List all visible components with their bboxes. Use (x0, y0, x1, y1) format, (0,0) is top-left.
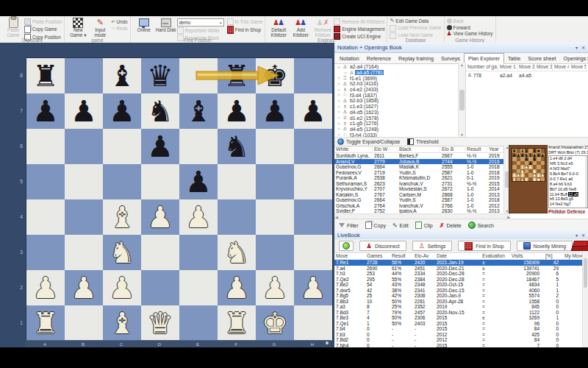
table-row[interactable]: Guseinov,G2664Yudin,S25871-02018 (334, 197, 503, 203)
livebook-row[interactable]: 7.Re1272856%24202021-Jan-19±15690942 (334, 260, 588, 266)
board-square-c2[interactable]: ♟ (103, 270, 141, 305)
scroll-thumb[interactable] (459, 90, 465, 110)
board-square-f7[interactable]: ♟ (218, 93, 256, 129)
table-row[interactable]: Puranik,A2538Khismatullin,D26210-12019 (334, 175, 503, 181)
board-square-h7[interactable]: ♟ (294, 93, 332, 129)
black-pawn-piece[interactable]: ♟ (65, 93, 103, 129)
table-row[interactable]: Sethuraman,S2623Ivanchuk,V2731½-½2015 (334, 181, 503, 187)
expander-closed-icon[interactable]: > (336, 99, 342, 103)
view-game-history-button[interactable]: ♟View Game History (447, 31, 493, 37)
board-square-c6[interactable] (103, 129, 141, 164)
white-pawn-piece[interactable]: ♟ (256, 270, 294, 305)
plan-tree-item[interactable]: >♙d4-e5 (1248) (334, 127, 458, 132)
board-square-e5[interactable]: ♟ (179, 164, 218, 199)
add-kibitzer-button[interactable]: ♟♟ Add Kibitzer (290, 17, 312, 38)
board-square-b4[interactable] (65, 199, 103, 235)
input-mode-button[interactable]: ✎ Input mode (89, 17, 111, 38)
edit-game-data-button[interactable]: ✎Edit Game Data (390, 18, 441, 24)
plan-tree-item[interactable]: >♗c1-g5 (1276) (334, 121, 458, 127)
black-pawn-piece[interactable]: ♟ (294, 93, 332, 129)
white-pawn-piece[interactable]: ♟ (179, 199, 218, 235)
table-row[interactable]: Fedoseev,V2719Yudin,S25871-02018 (334, 170, 503, 176)
remove-kibitzer-button[interactable]: ♟✗ Remove Kibitzer (312, 17, 334, 38)
board-square-b3[interactable] (65, 235, 103, 270)
online-button[interactable]: Online (133, 17, 155, 33)
expander-closed-icon[interactable]: > (336, 116, 342, 120)
plan-tree-item[interactable]: >♙a4-a5 (778) (334, 70, 458, 76)
panel-close-icon[interactable]: ✕ (581, 45, 585, 50)
white-knight-piece[interactable]: ♞ (218, 235, 256, 270)
expander-closed-icon[interactable]: > (336, 93, 342, 97)
find-in-shop-button[interactable]: Find in Shop (458, 241, 510, 251)
board-square-e3[interactable] (179, 235, 218, 270)
board-square-h5[interactable] (294, 164, 332, 199)
board-square-f1[interactable]: ♜ (218, 305, 256, 341)
white-pawn-piece[interactable]: ♟ (294, 270, 332, 305)
board-resize-handle[interactable] (326, 342, 329, 344)
white-bishop-piece[interactable]: ♝ (103, 305, 141, 341)
connection-status-button[interactable] (339, 241, 354, 251)
board-square-d7[interactable]: ♞ (141, 93, 179, 129)
board-square-e1[interactable] (179, 305, 218, 341)
livebook-row[interactable]: 7.Be3450%23062015±32691 (334, 315, 588, 321)
copy-game-button[interactable]: Copy Game (24, 26, 62, 33)
livebook-row[interactable]: 7.Bg52542%23082020-Jan-9=55742 (334, 293, 588, 299)
hard-disk-button[interactable]: Hard Disk (155, 17, 177, 33)
board-square-f8[interactable]: ♜ (218, 58, 256, 93)
board-square-h2[interactable]: ♟ (294, 270, 332, 305)
white-pawn-piece[interactable]: ♟ (65, 270, 103, 305)
games-column-header[interactable]: Black (398, 145, 440, 152)
plan-tree-item[interactable]: v♙a2-a4 (7164) (334, 64, 458, 70)
chess-board[interactable]: ♜♝♛♜♚♟♟♟♞♝♟♟♟♟♞♟♝♟♟♞♞♟♟♟♟♟♟♜♝♛♜♚ (26, 57, 333, 342)
black-rook-piece[interactable]: ♜ (218, 58, 256, 93)
table-row[interactable]: Grischuk,A2764Ivanchuk,V27661-02012 (334, 203, 503, 209)
black-pawn-piece[interactable]: ♟ (103, 93, 141, 129)
black-king-piece[interactable]: ♚ (256, 58, 294, 93)
black-pawn-piece[interactable]: ♟ (179, 164, 218, 199)
livebook-column-header[interactable]: Elo-Av (413, 252, 435, 259)
white-knight-piece[interactable]: ♞ (103, 235, 141, 270)
panel-collapse-icon[interactable]: ▾ (576, 45, 578, 50)
livebook-row[interactable]: 7.Nh40--2015=70 (334, 343, 588, 348)
board-square-d3[interactable] (141, 235, 179, 270)
board-square-d4[interactable]: ♟ (141, 199, 179, 235)
white-pawn-piece[interactable]: ♟ (218, 270, 256, 305)
games-column-header[interactable]: Result (465, 145, 487, 152)
board-square-g5[interactable] (256, 164, 294, 199)
scroll-thumb[interactable] (584, 258, 587, 288)
black-pawn-piece[interactable]: ♟ (256, 93, 294, 129)
board-square-d5[interactable] (141, 164, 179, 199)
find-in-shop-button[interactable]: Find in Shop (227, 26, 263, 34)
board-square-e8[interactable] (179, 58, 218, 93)
notation-scrollbar[interactable] (585, 156, 587, 208)
livebook-column-header[interactable]: Visits (510, 252, 544, 259)
white-pawn-piece[interactable]: ♟ (141, 199, 179, 235)
board-square-a3[interactable] (26, 235, 65, 270)
novelty-mining-button[interactable]: Novelty Mining (517, 241, 573, 251)
board-square-g3[interactable] (256, 235, 294, 270)
board-square-g2[interactable]: ♟ (256, 270, 294, 305)
delete-button[interactable]: ✗Delete (440, 222, 462, 229)
table-row[interactable]: Anand,V2779Jobava,B2744½-½2016 (334, 159, 503, 165)
livebook-row[interactable]: 7.Bd20--2012=840 (334, 337, 588, 343)
black-bishop-piece[interactable]: ♝ (103, 58, 141, 93)
board-square-g4[interactable] (256, 199, 294, 235)
clip-button[interactable]: Clip (415, 222, 433, 229)
expander-closed-icon[interactable]: > (336, 121, 342, 126)
engine-management-button[interactable]: Engine Management (334, 26, 384, 32)
expander-closed-icon[interactable]: > (336, 127, 342, 131)
livebook-column-header[interactable]: Evaluation (481, 252, 510, 259)
livebook-row[interactable]: 7.Be25443%23482020-Oct-15=48341 (334, 282, 588, 288)
board-square-d1[interactable]: ♛ (141, 305, 179, 341)
livebook-column-header[interactable]: Move (334, 252, 365, 259)
board-square-a1[interactable]: ♜ (26, 305, 65, 341)
panel-close-icon[interactable]: ✕ (581, 233, 585, 238)
livebook-row[interactable]: 7.a4269061%24512020-Dec-21±13974129 (334, 266, 588, 272)
livebook-row[interactable]: 7.Bb31050%22812020-Apr-28=15580 (334, 299, 588, 305)
board-square-c1[interactable]: ♝ (103, 305, 141, 341)
settings-button[interactable]: ♙Settings (412, 241, 453, 251)
livebook-row[interactable]: 7.h325344%23342020-Dec-28=209006 (334, 271, 588, 277)
forward-button[interactable]: Forward (447, 25, 493, 31)
default-kibitzer-button[interactable]: ♟♟ Default Kibitzer (268, 17, 290, 38)
toggle-expand-collapse-button[interactable]: Toggle Expand/Collapse (337, 138, 400, 145)
